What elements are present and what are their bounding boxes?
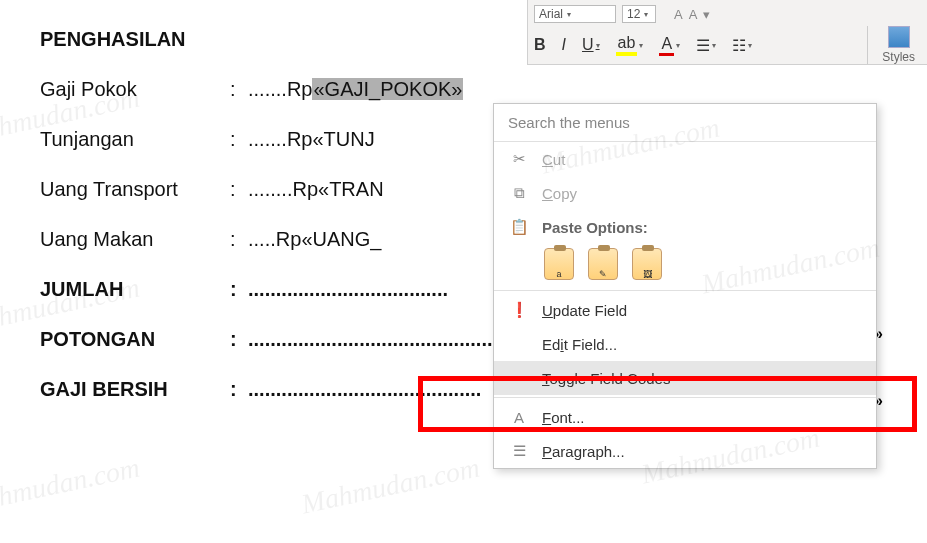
menu-update-field[interactable]: ❗ Update Field [494,293,876,327]
watermark: Mahmudan.com [0,452,143,521]
merge-field: «UANG_ [301,228,381,250]
doc-row: Gaji Pokok : .......Rp«GAJI_POKOK» [40,75,800,103]
menu-toggle-field-codes[interactable]: Toggle Field Codes [494,361,876,395]
menu-search[interactable]: Search the menus [494,104,876,142]
update-icon: ❗ [508,299,530,321]
styles-group[interactable]: Styles [867,26,915,64]
paste-icon: 📋 [508,216,530,238]
paste-keep-source[interactable]: a [544,248,574,280]
font-icon: A [508,406,530,428]
menu-paragraph[interactable]: ☰ Paragraph... [494,434,876,468]
heading-penghasilan: PENGHASILAN [40,25,230,53]
styles-icon [888,26,910,48]
menu-paste-options: 📋 Paste Options: [494,210,876,244]
merge-field-gaji-pokok[interactable]: «GAJI_POKOK» [312,78,463,100]
menu-font[interactable]: A Font... [494,400,876,434]
paragraph-icon: ☰ [508,440,530,462]
paste-picture[interactable]: 🖼 [632,248,662,280]
menu-edit-field[interactable]: Edit Field... [494,327,876,361]
menu-copy: ⧉ Copy [494,176,876,210]
copy-icon: ⧉ [508,182,530,204]
watermark: Mahmudan.com [299,452,483,521]
merge-field: «TRAN [318,178,384,200]
font-name-select[interactable]: Arial▾ [534,5,616,23]
context-menu: Search the menus ✂ Cut ⧉ Copy 📋 Paste Op… [493,103,877,469]
paste-merge[interactable]: ✎ [588,248,618,280]
menu-cut: ✂ Cut [494,142,876,176]
merge-field: «TUNJ [312,128,374,150]
cut-icon: ✂ [508,148,530,170]
font-size-select[interactable]: 12▾ [622,5,656,23]
